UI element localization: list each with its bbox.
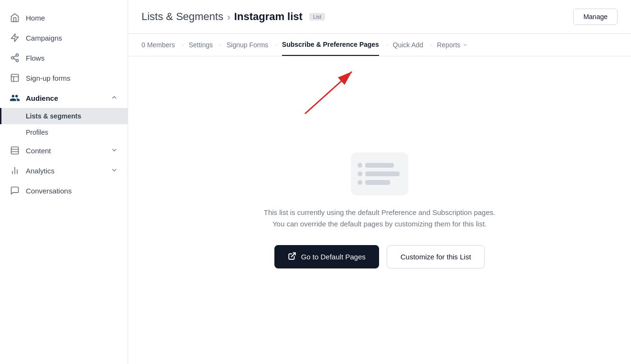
- tab-reports[interactable]: Reports: [437, 34, 468, 55]
- tab-separator-4: -: [386, 41, 388, 49]
- svg-line-4: [13, 58, 16, 60]
- svg-rect-6: [11, 75, 19, 82]
- sidebar-item-analytics-label: Analytics: [26, 167, 54, 175]
- svg-line-17: [291, 253, 295, 257]
- nav-tabs: 0 Members - Settings - Signup Forms - Su…: [128, 34, 631, 56]
- tab-separator-3: -: [275, 41, 277, 49]
- action-buttons: Go to Default Pages Customize for this L…: [274, 245, 485, 268]
- svg-line-5: [13, 55, 16, 57]
- conversations-icon: [10, 185, 20, 196]
- breadcrumb-parent[interactable]: Lists & Segments: [141, 11, 223, 23]
- sidebar-item-home[interactable]: Home: [0, 8, 128, 28]
- sidebar-item-signup-forms[interactable]: Sign-up forms: [0, 68, 128, 88]
- tab-separator-5: -: [430, 41, 432, 49]
- sidebar-item-profiles-label: Profiles: [26, 128, 48, 136]
- chevron-up-icon: [110, 94, 118, 103]
- manage-button[interactable]: Manage: [573, 9, 618, 25]
- flows-icon: [10, 53, 20, 63]
- sidebar-item-flows[interactable]: Flows: [0, 48, 128, 68]
- sidebar: Home Campaigns Flows Sign-up forms Audie…: [0, 0, 128, 364]
- sidebar-item-campaigns[interactable]: Campaigns: [0, 28, 128, 48]
- illus-dot-3: [358, 180, 362, 185]
- customize-for-list-button[interactable]: Customize for this List: [387, 245, 485, 268]
- illus-bar-3: [365, 180, 390, 185]
- list-type-badge: List: [309, 13, 325, 21]
- go-to-default-pages-button[interactable]: Go to Default Pages: [274, 245, 379, 268]
- page-header: Lists & Segments › Instagram list List M…: [128, 0, 631, 34]
- svg-rect-9: [11, 147, 19, 154]
- sidebar-item-content[interactable]: Content: [0, 140, 128, 161]
- sidebar-item-conversations[interactable]: Conversations: [0, 181, 128, 201]
- tab-separator-1: -: [182, 41, 184, 49]
- signup-forms-icon: [10, 73, 20, 83]
- page-title: Instagram list: [234, 11, 303, 23]
- breadcrumb-separator: ›: [227, 11, 230, 22]
- sidebar-item-campaigns-label: Campaigns: [26, 34, 62, 42]
- sidebar-item-conversations-label: Conversations: [26, 187, 72, 195]
- svg-line-16: [305, 72, 352, 114]
- illus-bar-1: [365, 163, 394, 168]
- empty-illustration: [351, 152, 408, 195]
- sidebar-item-signup-forms-label: Sign-up forms: [26, 74, 70, 82]
- chevron-down-content-icon: [110, 146, 118, 155]
- empty-state-text: This list is currently using the default…: [260, 207, 499, 230]
- home-icon: [10, 12, 20, 23]
- illus-row-2: [358, 171, 400, 176]
- tab-quick-add[interactable]: Quick Add: [393, 34, 424, 55]
- sidebar-item-analytics[interactable]: Analytics: [0, 161, 128, 181]
- analytics-icon: [10, 165, 20, 176]
- sidebar-item-lists-segments-label: Lists & segments: [26, 112, 81, 120]
- go-to-default-pages-label: Go to Default Pages: [301, 253, 366, 261]
- sidebar-item-lists-segments[interactable]: Lists & segments: [0, 108, 128, 124]
- breadcrumb: Lists & Segments › Instagram list List: [141, 11, 325, 23]
- svg-marker-0: [11, 34, 19, 42]
- sidebar-item-home-label: Home: [26, 14, 45, 22]
- sidebar-item-flows-label: Flows: [26, 54, 44, 62]
- illus-row-1: [358, 163, 394, 168]
- audience-icon: [10, 93, 20, 103]
- tab-settings[interactable]: Settings: [189, 34, 213, 55]
- external-link-icon: [288, 252, 296, 262]
- arrow-annotation: [291, 66, 358, 109]
- content-area: This list is currently using the default…: [128, 56, 631, 364]
- tab-signup-forms[interactable]: Signup Forms: [227, 34, 268, 55]
- campaigns-icon: [10, 32, 20, 43]
- illus-bar-2: [365, 171, 400, 176]
- sidebar-item-audience[interactable]: Audience: [0, 88, 128, 108]
- illus-dot-1: [358, 163, 362, 168]
- sidebar-item-audience-label: Audience: [26, 94, 58, 102]
- sidebar-item-profiles[interactable]: Profiles: [0, 124, 128, 140]
- illus-row-3: [358, 180, 390, 185]
- chevron-down-analytics-icon: [110, 166, 118, 175]
- tab-separator-2: -: [219, 41, 222, 49]
- main-content: Lists & Segments › Instagram list List M…: [128, 0, 631, 364]
- illus-dot-2: [358, 171, 362, 176]
- tab-members[interactable]: 0 Members: [141, 34, 175, 55]
- sidebar-item-content-label: Content: [26, 147, 51, 155]
- content-icon: [10, 145, 20, 156]
- tab-subscribe-preference[interactable]: Subscribe & Preference Pages: [282, 34, 379, 56]
